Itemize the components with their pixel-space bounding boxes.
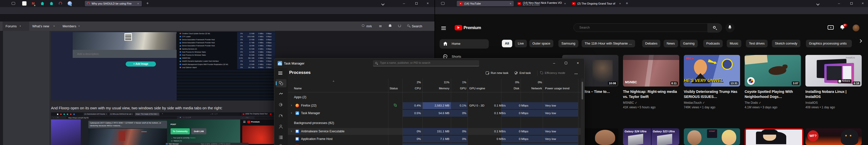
rail-users-icon[interactable] — [279, 125, 283, 129]
tm-search-input[interactable] — [379, 61, 475, 65]
user-icon[interactable] — [362, 24, 364, 27]
video-thumbnail[interactable]: MSNBC8:11 — [623, 55, 679, 87]
rail-app-history-icon[interactable] — [279, 103, 283, 107]
search-input[interactable] — [579, 25, 700, 30]
forum-nav-item-members[interactable]: Members — [63, 24, 76, 28]
column-disk[interactable]: Disk — [509, 87, 519, 90]
rail-performance-icon[interactable] — [279, 92, 283, 96]
video-thumbnail[interactable]: InstallOSNobara6:18 — [805, 55, 862, 87]
chip-test-drives[interactable]: Test drives — [746, 40, 768, 47]
network-total[interactable]: 0% — [529, 81, 542, 84]
tab-close-icon[interactable]: × — [619, 2, 621, 5]
chip-sketch-comedy[interactable]: Sketch comedy — [772, 40, 800, 47]
attached-taskmgr-screenshot[interactable]: Creative Cloud Update Service (32 bit)0%… — [177, 32, 275, 100]
tm-scrollbar[interactable] — [581, 79, 584, 145]
tm-scrollbar-thumb[interactable] — [582, 82, 583, 99]
close-button[interactable]: × — [862, 1, 864, 5]
minimize-button[interactable]: – — [838, 1, 840, 5]
chip-live[interactable]: Live — [515, 40, 527, 47]
maximize-button[interactable] — [415, 2, 417, 4]
library-icon[interactable] — [441, 2, 444, 5]
tab-list-chevron-icon[interactable] — [816, 2, 819, 5]
close-button[interactable]: × — [427, 1, 429, 5]
video-title[interactable]: Visibly Deteriorating Trump Has SERIOUS … — [684, 89, 739, 99]
chip-news[interactable]: News — [663, 40, 678, 47]
tm-nav-hamburger-icon[interactable] — [278, 72, 282, 75]
maximize-button[interactable] — [850, 2, 852, 4]
column-power[interactable]: Power usage trend — [545, 87, 569, 90]
video-title[interactable]: Installing Nobara Linux | InstallOS — [805, 89, 861, 99]
search-box[interactable] — [574, 23, 708, 32]
column-gpu-engine[interactable]: GPU engine — [469, 87, 485, 90]
column-name[interactable]: Name — [294, 87, 302, 90]
cpu-total[interactable]: 2% — [411, 81, 421, 84]
tm-maximize-button[interactable] — [565, 62, 567, 64]
process-row[interactable]: ›Firefox (22)0.4%2,583.2 MB0.1%GPU 0 - 3… — [288, 102, 581, 109]
process-group-label[interactable]: Apps (2) — [294, 95, 306, 99]
expand-chevron-icon[interactable]: › — [291, 103, 292, 107]
tab-close-icon[interactable]: × — [564, 2, 566, 5]
alerts-bell-icon[interactable] — [389, 24, 391, 27]
video-card[interactable]: InstallOSNobara6:18Installing Nobara Lin… — [805, 55, 862, 113]
sidebar-item-home[interactable]: Home — [439, 39, 489, 49]
gmail-pinned-tab-icon[interactable]: M — [31, 1, 36, 5]
tm-search-box[interactable] — [373, 60, 479, 66]
expand-chevron-icon[interactable]: › — [291, 129, 292, 133]
process-group-label[interactable]: Background processes (62) — [294, 121, 334, 125]
forum-nav-item-what-s-new[interactable]: What's new — [32, 24, 49, 28]
search-icon[interactable] — [407, 25, 409, 27]
youtube-logo-icon[interactable] — [455, 25, 462, 30]
rail-processes-icon[interactable] — [279, 81, 283, 85]
chip-gaming[interactable]: Gaming — [680, 40, 698, 47]
video-channel[interactable]: InstallOS — [805, 101, 818, 104]
video-card[interactable]: 3:07Coyote Spotted Playing With Neighbor… — [745, 55, 801, 113]
chip-music[interactable]: Music — [727, 40, 741, 47]
browser-tab[interactable]: (14) YouTube× — [457, 1, 514, 6]
forum-nav-item-forums[interactable]: Forums — [5, 24, 17, 28]
end-task-button[interactable]: End task — [520, 71, 531, 74]
process-row[interactable]: Application Frame Host0%7.1 MB0%0 MB/s0 … — [288, 136, 581, 143]
process-row[interactable]: ›Task Manager0.5%54.6 MB0%0.1 MB/s0 Mbps… — [288, 110, 581, 117]
video-card[interactable]: REC ●HE'S VERY UNWEL13:31Visibly Deterio… — [684, 55, 740, 113]
efficiency-mode-button[interactable]: Efficiency mode — [545, 71, 565, 74]
voice-search-button[interactable] — [725, 23, 735, 32]
add-image-button[interactable]: + Add Image — [126, 62, 156, 67]
video-thumbnail-row2[interactable] — [745, 128, 803, 145]
tm-close-button[interactable]: × — [577, 61, 579, 65]
home-assistant-pinned-tab-icon[interactable] — [50, 1, 54, 5]
inbox-envelope-icon[interactable]: ✉ — [379, 24, 382, 28]
rail-services-icon[interactable] — [279, 144, 283, 145]
rail-details-icon[interactable] — [279, 136, 283, 140]
gpu-total[interactable]: 1% — [456, 81, 466, 84]
process-row[interactable]: ›Antimalware Service Executable0%151.1 M… — [288, 128, 581, 135]
sort-indicator[interactable]: ^ — [333, 80, 334, 83]
video-thumbnail-row2[interactable]: Galaxy S24 UltraGalaxy S23 Ultra — [623, 128, 679, 145]
chip-all[interactable]: All — [502, 40, 512, 47]
video-card[interactable]: MSNBC8:11The Nightcap: Right-wing media … — [623, 55, 679, 113]
video-thumbnail-row2[interactable]: WF? — [805, 128, 862, 145]
tab-forum-thread[interactable]: Why you SHOULD be using Fire × — [85, 1, 142, 6]
memory-total[interactable]: 11% — [437, 81, 450, 84]
tab-close-icon[interactable]: × — [510, 2, 511, 5]
chip-outer-space[interactable]: Outer space — [529, 40, 553, 47]
chip-graphics-processing-units[interactable]: Graphics processing units — [806, 40, 852, 47]
column-cpu[interactable]: CPU — [411, 87, 421, 90]
chip-samsung[interactable]: Samsung — [558, 40, 578, 47]
run-new-task-button[interactable]: Run new task — [491, 71, 508, 74]
rail-startup-apps-icon[interactable] — [279, 114, 283, 118]
column-memory[interactable]: Memory — [437, 87, 450, 90]
mail-pinned-tab-icon[interactable] — [22, 1, 27, 5]
chip-podcasts[interactable]: Podcasts — [703, 40, 723, 47]
video-channel[interactable]: The Dodo ✓ — [745, 101, 761, 104]
new-tab-button[interactable]: + — [146, 1, 149, 5]
search-button[interactable] — [708, 23, 722, 32]
disk-total[interactable]: 0% — [509, 81, 519, 84]
create-icon[interactable]: + — [828, 25, 834, 30]
chips-scroll-chevron-icon[interactable] — [859, 39, 862, 43]
column-status[interactable]: Status — [390, 87, 398, 90]
speedtest-pinned-tab-icon[interactable] — [59, 1, 63, 5]
chip-debates[interactable]: Debates — [642, 40, 660, 47]
video-title[interactable]: Coyote Spotted Playing With Neighborhood… — [745, 89, 800, 99]
tm-minimize-button[interactable]: – — [553, 61, 555, 65]
browser-tab[interactable]: (14) Neo-Nazi Nick Fuentes VOAUTOPLAY BL… — [515, 1, 568, 6]
